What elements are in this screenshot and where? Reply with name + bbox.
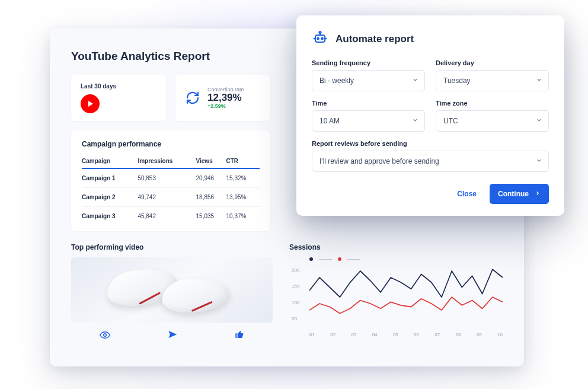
- close-button[interactable]: Close: [451, 185, 482, 203]
- campaign-title: Campaign performance: [82, 140, 260, 148]
- campaign-card: Campaign performance Campaign Impression…: [71, 130, 270, 231]
- y-tick: 150: [292, 283, 299, 289]
- delivery-day-label: Delivery day: [436, 59, 549, 66]
- svg-point-0: [104, 334, 107, 337]
- timezone-value: UTC: [443, 117, 458, 125]
- field-review: Report reviews before sending I'll revie…: [312, 140, 549, 172]
- x-tick: 08: [456, 332, 461, 337]
- y-tick: 100: [292, 299, 299, 305]
- campaign-table: Campaign Impressions Views CTR Campaign …: [82, 154, 260, 225]
- y-tick: 200: [292, 267, 299, 272]
- modal-actions: Close Continue: [312, 184, 549, 204]
- delivery-day-select[interactable]: Tuesday: [436, 70, 549, 91]
- chevron-down-icon: [536, 157, 542, 165]
- legend-line: [347, 259, 360, 260]
- col-impressions: Impressions: [138, 154, 196, 168]
- chevron-down-icon: [536, 117, 542, 125]
- x-tick: 01: [309, 332, 315, 337]
- table-row: Campaign 3 45,842 15,035 10,37%: [82, 207, 260, 226]
- video-thumbnail[interactable]: [71, 257, 273, 323]
- timezone-label: Time zone: [436, 100, 549, 107]
- col-campaign: Campaign: [82, 154, 138, 168]
- timezone-select[interactable]: UTC: [436, 110, 549, 132]
- sessions-chart: 200 150 100 50: [292, 264, 503, 330]
- svg-point-4: [319, 31, 321, 33]
- chevron-right-icon: [535, 190, 541, 198]
- review-label: Report reviews before sending: [312, 140, 549, 147]
- legend-dot-series-a: [309, 257, 313, 261]
- continue-button[interactable]: Continue: [490, 184, 549, 204]
- bottom-row: Top performing video Sessions: [71, 243, 503, 343]
- x-tick: 03: [351, 332, 356, 337]
- modal-title: Automate report: [335, 33, 414, 45]
- continue-label: Continue: [498, 190, 529, 198]
- x-tick: 04: [372, 332, 378, 337]
- sessions-title: Sessions: [289, 243, 503, 251]
- svg-point-2: [317, 38, 319, 40]
- table-row: Campaign 1 50,853 20,946 15,32%: [82, 168, 260, 188]
- sessions-x-labels: 01 02 03 04 05 06 07 08 09 10: [309, 332, 503, 337]
- frequency-select[interactable]: Bi - weekly: [312, 70, 425, 91]
- chevron-down-icon: [412, 117, 418, 125]
- col-views: Views: [196, 154, 226, 168]
- sessions-card: Sessions 200 150 100 50 01 02 03 04 05 0: [289, 243, 503, 343]
- field-timezone: Time zone UTC: [436, 100, 549, 132]
- x-tick: 09: [477, 332, 482, 337]
- svg-point-3: [321, 38, 323, 40]
- review-value: I'll review and approve before sending: [319, 157, 439, 165]
- field-delivery-day: Delivery day Tuesday: [436, 59, 549, 91]
- time-select[interactable]: 10 AM: [312, 110, 425, 132]
- review-select[interactable]: I'll review and approve before sending: [312, 151, 549, 172]
- send-icon: [168, 330, 177, 343]
- delivery-day-value: Tuesday: [443, 76, 471, 85]
- conversion-card: Convertion rate 12,39% +2.59%: [175, 75, 270, 121]
- x-tick: 06: [414, 332, 419, 337]
- x-tick: 02: [330, 332, 335, 337]
- conversion-value: 12,39%: [207, 93, 244, 104]
- like-icon: [235, 330, 244, 343]
- x-tick: 05: [393, 332, 398, 337]
- time-label: Time: [312, 100, 425, 107]
- chevron-down-icon: [536, 76, 542, 85]
- legend-dot-series-b: [338, 257, 341, 261]
- video-metric-icons: [71, 330, 273, 343]
- frequency-label: Sending frequency: [312, 59, 425, 66]
- conversion-delta: +2.59%: [207, 103, 244, 109]
- col-ctr: CTR: [226, 154, 260, 168]
- modal-form: Sending frequency Bi - weekly Delivery d…: [312, 59, 549, 172]
- frequency-value: Bi - weekly: [319, 76, 354, 85]
- refresh-icon: [185, 90, 200, 106]
- legend-line: [319, 259, 332, 260]
- top-video-title: Top performing video: [71, 243, 273, 251]
- top-video-card: Top performing video: [71, 243, 273, 343]
- chevron-down-icon: [412, 76, 418, 85]
- x-tick: 07: [434, 332, 440, 337]
- period-card: Last 30 days: [71, 75, 166, 121]
- x-tick: 10: [497, 332, 503, 337]
- field-frequency: Sending frequency Bi - weekly: [312, 59, 425, 91]
- robot-icon: [312, 30, 328, 49]
- table-row: Campaign 2 49,742 18,856 13,95%: [82, 188, 260, 207]
- time-value: 10 AM: [319, 117, 340, 125]
- sessions-legend: [309, 257, 503, 261]
- y-tick: 50: [292, 316, 297, 321]
- eye-icon: [100, 330, 110, 343]
- youtube-icon: [81, 94, 100, 113]
- period-label: Last 30 days: [81, 83, 156, 90]
- field-time: Time 10 AM: [312, 100, 425, 132]
- automate-report-modal: Automate report Sending frequency Bi - w…: [296, 15, 564, 216]
- modal-header: Automate report: [312, 30, 549, 49]
